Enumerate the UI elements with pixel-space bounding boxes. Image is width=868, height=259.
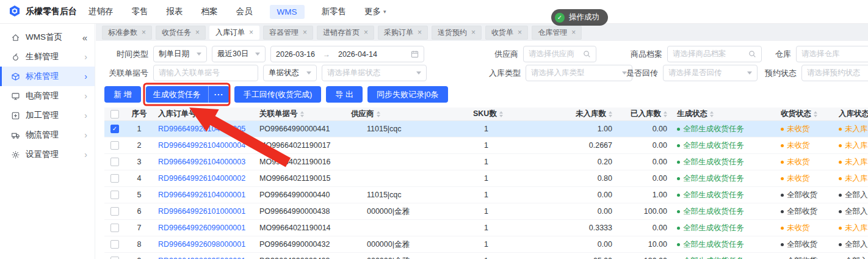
col-header-rst[interactable]: 收货状态 <box>776 108 834 120</box>
sync-failures-button[interactable]: 同步失败记录|0条 <box>367 86 448 103</box>
related-doc-input[interactable]: 请输入关联单据号 <box>153 65 258 81</box>
nav-members[interactable]: 会员 <box>235 4 254 20</box>
tab-standard-params[interactable]: 标准参数× <box>102 26 152 40</box>
sidebar-item-wms-home[interactable]: WMS首页« <box>0 27 95 47</box>
table-row[interactable]: 3RD996649926104000003MO9966402119001610.… <box>104 154 868 170</box>
product-filter[interactable]: 请选择商品档案 <box>667 46 762 62</box>
doc-status-value-select[interactable]: 请选择单据状态 <box>322 65 427 81</box>
date-range-picker[interactable]: 2026-03-16→2026-04-14 <box>270 46 424 62</box>
manual-return-button[interactable]: 手工回传(收货完成) <box>234 86 322 103</box>
export-button[interactable]: 导 出 <box>326 86 363 103</box>
more-options-button[interactable]: ··· <box>208 86 230 103</box>
row-checkbox[interactable] <box>110 174 119 183</box>
row-checkbox[interactable] <box>110 207 119 216</box>
table-row[interactable]: 4RD996649926104000002MO9966402119001510.… <box>104 170 868 187</box>
order-number-link[interactable]: RD996649926104000002 <box>158 174 245 183</box>
row-checkbox[interactable] <box>110 141 119 150</box>
close-icon[interactable]: × <box>249 29 253 36</box>
sort-icon[interactable] <box>814 111 817 117</box>
nav-more[interactable]: 更多▾ <box>363 4 388 20</box>
tab-inbound-orders[interactable]: 入库订单× <box>209 26 259 40</box>
sidebar-item-ecommerce[interactable]: 电商管理› <box>0 86 95 106</box>
row-checkbox[interactable] <box>110 224 119 232</box>
order-number-link[interactable]: RD996649926104000005 <box>158 125 245 133</box>
nav-inventory[interactable]: 进销存 <box>87 4 115 20</box>
close-icon[interactable]: × <box>571 29 576 36</box>
is-returned-select[interactable]: 请选择是否回传 <box>663 65 758 81</box>
nav-archives[interactable]: 档案 <box>200 4 219 20</box>
table-row[interactable]: 5RD996649926104000001PO99664990000440110… <box>104 187 868 203</box>
logo[interactable]: 乐檬零售后台 <box>0 5 87 19</box>
sort-icon[interactable] <box>377 111 380 117</box>
order-number-link[interactable]: RD996649926104000001 <box>158 191 245 199</box>
close-icon[interactable]: × <box>518 29 522 36</box>
row-checkbox[interactable] <box>110 240 119 249</box>
sidebar-item-standard[interactable]: 标准管理› <box>0 67 95 86</box>
sort-icon[interactable] <box>609 111 612 117</box>
table-row[interactable]: 6RD996649926101000001PO99664990000438000… <box>104 203 868 220</box>
sort-icon[interactable] <box>710 111 714 117</box>
close-icon[interactable]: × <box>364 29 368 36</box>
select-all-checkbox[interactable] <box>110 110 119 119</box>
order-number-link[interactable]: RD996649926104000003 <box>158 158 245 166</box>
order-number-link[interactable]: RD996649926101000001 <box>158 207 245 216</box>
time-type-select[interactable]: 制单日期 <box>153 46 207 62</box>
appointment-status-input[interactable]: 请选择预约状态 <box>801 65 868 81</box>
table-row[interactable]: 1RD996649926104000005PO99664990000441110… <box>104 121 868 137</box>
date-preset-select[interactable]: 最近30日 <box>212 46 266 62</box>
table-row[interactable]: 2RD996649926104000004MO9966402119001710.… <box>104 137 868 154</box>
tab-purchase-orders[interactable]: 采购订单× <box>378 26 428 40</box>
sidebar-item-settings[interactable]: 设置管理› <box>0 145 95 164</box>
order-number-link[interactable]: RD996649926099000001 <box>158 224 245 232</box>
nav-new-retail[interactable]: 新零售 <box>320 4 348 20</box>
warehouse-filter[interactable]: 请选择仓库 <box>796 46 868 62</box>
row-checkbox[interactable] <box>110 125 119 133</box>
col-header-ist[interactable]: 入库状态 <box>834 108 868 120</box>
tab-receiving-notes[interactable]: 收货单× <box>485 26 528 40</box>
table-row[interactable]: 7RD996649926099000001MO9966402119001410.… <box>104 220 868 236</box>
row-checkbox[interactable] <box>110 158 119 166</box>
col-header-recv[interactable]: 已入库数 <box>617 108 672 120</box>
table-row[interactable]: 9RD996649926095000001PO99664990000403000… <box>104 253 868 259</box>
tab-warehouse-mgmt[interactable]: 仓库管理× <box>532 26 582 40</box>
sort-icon[interactable] <box>199 111 203 117</box>
sort-icon[interactable] <box>300 111 304 117</box>
sidebar-item-logistics[interactable]: 物流管理› <box>0 125 95 145</box>
row-checkbox[interactable] <box>110 257 119 259</box>
doc-status-select[interactable]: 单据状态 <box>263 65 317 81</box>
nav-retail[interactable]: 零售 <box>131 4 150 20</box>
tab-receiving-tasks[interactable]: 收货任务× <box>156 26 206 40</box>
table-row[interactable]: 8RD996649926098000001PO99664990000432000… <box>104 236 868 253</box>
tab-inventory-home[interactable]: 进销存首页× <box>317 26 374 40</box>
order-number-link[interactable]: RD996649926098000001 <box>158 240 245 249</box>
nav-reports[interactable]: 报表 <box>165 4 184 20</box>
col-header-rel[interactable]: 关联单据号 <box>255 108 346 120</box>
close-icon[interactable]: × <box>195 29 200 36</box>
sort-icon[interactable] <box>664 111 667 117</box>
order-number-link[interactable]: RD996649926095000001 <box>158 257 245 259</box>
add-button[interactable]: 新 增 <box>104 86 141 103</box>
close-icon[interactable]: × <box>142 29 146 36</box>
close-icon[interactable]: × <box>471 29 476 36</box>
close-icon[interactable]: × <box>418 29 422 36</box>
col-header-sku[interactable]: SKU数 <box>468 108 541 120</box>
end-date: 2026-04-14 <box>338 50 377 59</box>
col-header-gen[interactable]: 生成状态 <box>672 108 776 120</box>
close-icon[interactable]: × <box>303 29 307 36</box>
inbound-type-select[interactable]: 请选择入库类型 <box>526 65 632 81</box>
row-checkbox[interactable] <box>110 191 119 199</box>
nav-wms[interactable]: WMS <box>270 5 305 19</box>
order-number-link[interactable]: RD996649926104000004 <box>158 141 245 150</box>
col-header-pend[interactable]: 未入库数 <box>541 108 617 120</box>
supplier-filter[interactable]: 请选择供应商 <box>523 46 596 62</box>
col-header-order[interactable]: 入库订单号 <box>153 108 255 120</box>
collapse-sidebar-icon[interactable]: « <box>82 33 87 42</box>
col-header-sup[interactable]: 供应商 <box>346 108 468 120</box>
sort-icon[interactable] <box>499 111 503 117</box>
sidebar-item-processing[interactable]: 加工管理› <box>0 106 95 125</box>
sidebar-item-fresh[interactable]: 生鲜管理› <box>0 47 95 67</box>
tab-delivery-appointments[interactable]: 送货预约× <box>432 26 482 40</box>
generate-receiving-task-button[interactable]: 生成收货任务··· <box>146 86 230 103</box>
tab-container-mgmt[interactable]: 容器管理× <box>263 26 313 40</box>
generate-status: 全部生成收货任务 <box>677 140 744 151</box>
